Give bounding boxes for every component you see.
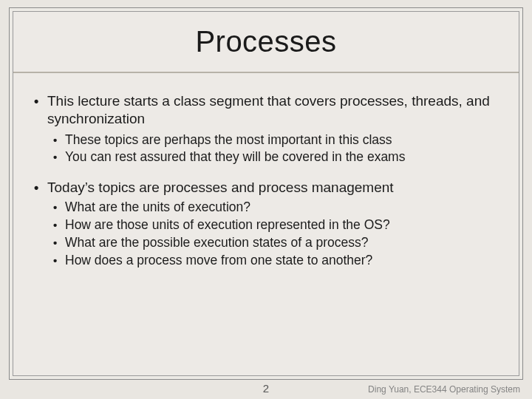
sub-bullet-text: How are those units of execution represe… xyxy=(65,217,498,233)
sub-bullet-text: What are the possible execution states o… xyxy=(65,235,498,251)
sub-bullet-text: How does a process move from one state t… xyxy=(65,253,498,269)
bullet-level1: This lecture starts a class segment that… xyxy=(34,92,498,128)
sub-bullet-text: You can rest assured that they will be c… xyxy=(65,149,498,166)
bullet-level2: How are those units of execution represe… xyxy=(53,217,498,233)
bullet-level2: How does a process move from one state t… xyxy=(53,253,498,269)
bullet-dot-icon xyxy=(53,235,65,251)
bullet-dot-icon xyxy=(53,217,65,233)
slide-inner-frame: Processes This lecture starts a class se… xyxy=(13,11,519,376)
bullet-dot-icon xyxy=(53,200,65,216)
attribution: Ding Yuan, ECE344 Operating System xyxy=(368,384,520,395)
title-area: Processes xyxy=(13,12,519,73)
bullet-level2: What are the possible execution states o… xyxy=(53,235,498,251)
bullet-dot-icon xyxy=(34,92,47,128)
bullet-dot-icon xyxy=(53,132,65,149)
sub-bullet-text: What are the units of execution? xyxy=(65,200,498,216)
bullet-dot-icon xyxy=(53,149,65,166)
sub-bullet-list: What are the units of execution? How are… xyxy=(53,200,498,269)
slide-title: Processes xyxy=(13,25,519,58)
spacer xyxy=(34,166,498,176)
slide-body: This lecture starts a class segment that… xyxy=(13,73,519,276)
slide-outer-frame: Processes This lecture starts a class se… xyxy=(9,7,523,380)
sub-bullet-text: These topics are perhaps the most import… xyxy=(65,132,498,149)
bullet-dot-icon xyxy=(34,179,47,197)
bullet-dot-icon xyxy=(53,253,65,269)
bullet-text: Today’s topics are processes and process… xyxy=(47,179,498,197)
bullet-level2: What are the units of execution? xyxy=(53,200,498,216)
sub-bullet-list: These topics are perhaps the most import… xyxy=(53,132,498,166)
bullet-level2: These topics are perhaps the most import… xyxy=(53,132,498,149)
bullet-text: This lecture starts a class segment that… xyxy=(47,92,498,128)
bullet-level1: Today’s topics are processes and process… xyxy=(34,179,498,197)
slide-footer: 2 Ding Yuan, ECE344 Operating System xyxy=(0,380,532,399)
bullet-level2: You can rest assured that they will be c… xyxy=(53,149,498,166)
